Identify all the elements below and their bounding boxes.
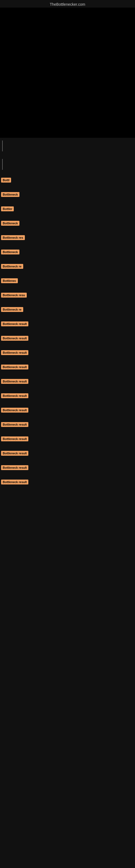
list-item[interactable]: Bottleneck result <box>0 479 135 485</box>
item-spacer <box>0 429 135 434</box>
list-item[interactable]: Bottl <box>0 177 135 183</box>
list-item[interactable]: Bottleneck result <box>0 393 135 399</box>
bottleneck-result-badge[interactable]: Bottleneck res <box>1 235 25 240</box>
item-spacer <box>0 257 135 261</box>
item-spacer <box>0 329 135 333</box>
top-black-area <box>0 8 135 138</box>
item-spacer <box>0 487 135 492</box>
bottleneck-result-badge[interactable]: Bottleneck result <box>1 350 28 355</box>
bottleneck-result-badge[interactable]: Bottleneck result <box>1 393 28 398</box>
bottleneck-result-badge[interactable]: Bottleneck resu <box>1 293 27 298</box>
results-container: BottlBottleneckBottlerBottleneckBottlene… <box>0 173 135 494</box>
list-item[interactable]: Bottleneck result <box>0 421 135 428</box>
list-item[interactable]: Bottleneck result <box>0 464 135 471</box>
item-spacer <box>0 443 135 448</box>
list-item[interactable]: Bottleneck result <box>0 349 135 355</box>
list-item[interactable]: Bottleneck <box>0 249 135 255</box>
item-spacer <box>0 314 135 319</box>
item-spacer <box>0 372 135 376</box>
item-spacer <box>0 300 135 305</box>
list-item[interactable]: Bottleneck result <box>0 450 135 456</box>
bottleneck-result-badge[interactable]: Bottleneck result <box>1 479 28 485</box>
item-spacer <box>0 214 135 218</box>
bottleneck-result-badge[interactable]: Bottleneck result <box>1 321 28 326</box>
item-spacer <box>0 185 135 190</box>
site-title: TheBottlenecker.com <box>0 0 135 8</box>
item-spacer <box>0 472 135 477</box>
item-spacer <box>0 343 135 348</box>
bottleneck-result-badge[interactable]: Bottleneck result <box>1 465 28 470</box>
bottleneck-result-badge[interactable]: Bottlenec <box>1 278 18 283</box>
list-item[interactable]: Bottleneck re <box>0 263 135 269</box>
bottleneck-result-badge[interactable]: Bottleneck <box>1 221 19 226</box>
list-item[interactable]: Bottler <box>0 206 135 212</box>
list-item[interactable]: Bottleneck result <box>0 321 135 327</box>
bottleneck-result-badge[interactable]: Bottleneck result <box>1 436 28 441</box>
item-spacer <box>0 228 135 233</box>
main-content: TheBottlenecker.com BottlBottleneckBottl… <box>0 0 135 868</box>
list-item[interactable]: Bottleneck result <box>0 364 135 370</box>
item-spacer <box>0 400 135 405</box>
bottleneck-result-badge[interactable]: Bottleneck <box>1 250 19 254</box>
bottleneck-result-badge[interactable]: Bottl <box>1 178 11 183</box>
item-spacer <box>0 199 135 204</box>
list-item[interactable]: Bottleneck result <box>0 436 135 442</box>
bottleneck-result-badge[interactable]: Bottleneck result <box>1 408 28 412</box>
list-item[interactable]: Bottleneck result <box>0 378 135 384</box>
bottleneck-result-badge[interactable]: Bottleneck result <box>1 365 28 369</box>
list-item[interactable]: Bottleneck res <box>0 235 135 241</box>
spacer-1 <box>0 154 135 156</box>
item-spacer <box>0 357 135 362</box>
bottleneck-result-badge[interactable]: Bottler <box>1 207 14 211</box>
item-spacer <box>0 271 135 276</box>
list-item[interactable]: Bottleneck re <box>0 306 135 312</box>
item-spacer <box>0 415 135 420</box>
item-spacer <box>0 386 135 391</box>
bottleneck-result-badge[interactable]: Bottleneck result <box>1 422 28 427</box>
list-item[interactable]: Bottleneck <box>0 191 135 197</box>
list-item[interactable]: Bottleneck <box>0 220 135 226</box>
item-spacer <box>0 458 135 463</box>
list-item[interactable]: Bottleneck resu <box>0 292 135 298</box>
bottleneck-result-badge[interactable]: Bottleneck result <box>1 379 28 384</box>
list-item[interactable]: Bottleneck result <box>0 407 135 413</box>
list-item[interactable]: Bottleneck result <box>0 335 135 341</box>
bottleneck-result-badge[interactable]: Bottleneck result <box>1 451 28 456</box>
item-spacer <box>0 285 135 290</box>
list-item[interactable]: Bottlenec <box>0 278 135 284</box>
item-spacer <box>0 242 135 247</box>
divider-line-1 <box>2 141 3 151</box>
bottleneck-result-badge[interactable]: Bottleneck <box>1 192 19 197</box>
bottleneck-result-badge[interactable]: Bottleneck re <box>1 264 23 269</box>
bottleneck-result-badge[interactable]: Bottleneck re <box>1 307 23 312</box>
bottleneck-result-badge[interactable]: Bottleneck result <box>1 336 28 341</box>
divider-line-2 <box>2 159 3 170</box>
